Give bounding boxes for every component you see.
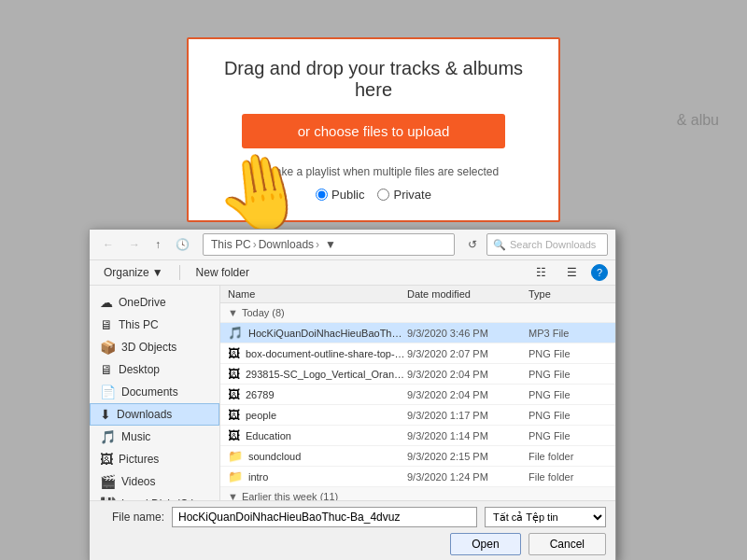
sidebar-item-label: Pictures [119,453,159,466]
file-type: File folder [529,471,608,483]
upload-title: Drag and drop your tracks & albums here [207,58,540,101]
sidebar-item-videos[interactable]: 🎬Videos [90,470,219,493]
sidebar-item-label: This PC [119,318,159,331]
file-date: 9/3/2020 2:15 PM [407,451,529,462]
group-label: Earlier this week (11) [242,491,338,500]
view-options-button[interactable]: ☷ [529,263,553,282]
dialog-filelist: Name Date modified Type ▼Today (8) 🎵 Hoc… [220,286,615,500]
file-type: PNG File [529,389,608,400]
group-label: Today (8) [242,307,285,318]
file-type-icon: 🎵 [228,326,243,340]
sidebar-item-3dobjects[interactable]: 📦3D Objects [90,336,219,358]
path-downloads: Downloads [259,238,314,251]
organize-dropdown-icon: ▼ [152,266,163,279]
path-dropdown-icon[interactable]: ▼ [325,238,336,251]
group-toggle[interactable]: ▼ [228,491,238,500]
search-placeholder: Search Downloads [510,239,596,250]
file-date: 9/3/2020 2:04 PM [407,369,529,380]
back-button[interactable]: ← [97,235,120,254]
sidebar-item-documents[interactable]: 📄Documents [90,381,219,403]
table-row[interactable]: 🖼 26789 9/3/2020 2:04 PM PNG File [220,385,615,405]
file-group-header: ▼Today (8) [220,303,615,323]
forward-button[interactable]: → [123,235,146,254]
file-group-header: ▼Earlier this week (11) [220,487,615,500]
private-radio[interactable] [377,189,389,201]
playlist-row: Make a playlist when multiple files are … [207,165,540,178]
file-name: people [246,410,407,421]
dialog-actions: Open Cancel [99,533,606,555]
filename-input[interactable] [172,507,477,527]
dialog-body: ☁OneDrive🖥This PC📦3D Objects🖥Desktop📄Doc… [90,286,615,500]
dialog-bottom: File name: Tất cả Tệp tin Open Cancel [90,500,615,560]
privacy-row: Public Private [207,188,540,202]
table-row[interactable]: 🎵 HocKiQuanDoiNhacHieuBaoThuc-Ba_4d... 9… [220,323,615,343]
private-radio-label[interactable]: Private [377,188,430,202]
up-button[interactable]: ↑ [149,235,166,254]
organize-button[interactable]: Organize ▼ [97,263,170,282]
table-row[interactable]: 🖼 293815-SC_Logo_Vertical_Orange_2x-222.… [220,364,615,385]
new-folder-button[interactable]: New folder [190,263,256,282]
sidebar-item-pictures[interactable]: 🖼Pictures [90,448,219,470]
table-row[interactable]: 📁 soundcloud 9/3/2020 2:15 PM File folde… [220,446,615,467]
sidebar-item-onedrive[interactable]: ☁OneDrive [90,291,219,314]
file-name: intro [248,471,407,483]
cancel-button[interactable]: Cancel [529,533,606,555]
sidebar-item-downloads[interactable]: ⬇Downloads [90,403,219,426]
help-button[interactable]: ? [591,264,608,281]
sidebar-icon: 🎬 [100,474,116,489]
file-name: soundcloud [248,451,407,462]
file-type-icon: 📁 [228,449,243,463]
sidebar-item-label: 3D Objects [121,341,176,354]
sidebar-item-label: OneDrive [119,296,166,309]
sidebar-item-label: Local Disk (C:) [121,497,195,500]
file-type-icon: 🖼 [228,387,240,401]
col-date-header[interactable]: Date modified [407,288,529,300]
file-type: PNG File [529,430,608,441]
filetype-select[interactable]: Tất cả Tệp tin [485,507,606,527]
recent-locations-button[interactable]: 🕓 [170,235,195,254]
sidebar-item-thispc[interactable]: 🖥This PC [90,314,219,336]
address-bar[interactable]: This PC › Downloads › ▼ [203,233,455,256]
file-date: 9/3/2020 3:46 PM [407,328,529,339]
sidebar-icon: ☁ [100,295,113,310]
file-date: 9/3/2020 2:07 PM [407,348,529,359]
group-toggle[interactable]: ▼ [228,307,238,318]
sidebar-item-localdisk(c:)[interactable]: 💾Local Disk (C:) [90,493,219,500]
choose-files-button[interactable]: or choose files to upload [242,114,506,148]
table-row[interactable]: 🖼 box-document-outline-share-top-upl... … [220,343,615,364]
bg-partial-text: & albu [677,112,719,129]
public-radio[interactable] [316,189,328,201]
table-row[interactable]: 📁 intro 9/3/2020 1:24 PM File folder [220,467,615,487]
file-date: 9/3/2020 1:17 PM [407,410,529,421]
refresh-button[interactable]: ↺ [462,235,483,254]
public-radio-label[interactable]: Public [316,188,364,202]
filelist-content: ▼Today (8) 🎵 HocKiQuanDoiNhacHieuBaoThuc… [220,303,615,500]
file-type-icon: 📁 [228,469,243,483]
search-icon: 🔍 [493,239,506,251]
col-type-header[interactable]: Type [529,288,608,300]
file-name: 293815-SC_Logo_Vertical_Orange_2x-222... [246,369,407,380]
sidebar-item-music[interactable]: 🎵Music [90,426,219,448]
sidebar-item-desktop[interactable]: 🖥Desktop [90,358,219,381]
table-row[interactable]: 🖼 people 9/3/2020 1:17 PM PNG File [220,405,615,426]
sidebar-item-label: Music [121,430,150,443]
dialog-navbar: ← → ↑ 🕓 This PC › Downloads › ▼ ↺ 🔍 Sear… [90,230,615,260]
open-button[interactable]: Open [450,533,520,555]
upload-drop-zone[interactable]: Drag and drop your tracks & albums here … [187,37,560,222]
file-type: MP3 File [529,328,608,339]
sidebar-item-label: Downloads [117,408,172,421]
sidebar-icon: 📦 [100,340,116,355]
file-type-icon: 🖼 [228,367,240,381]
table-row[interactable]: 🖼 Education 9/3/2020 1:14 PM PNG File [220,426,615,446]
playlist-checkbox[interactable] [248,166,261,178]
path-arrow2: › [316,238,319,251]
file-type-icon: 🖼 [228,428,240,442]
dialog-sidebar: ☁OneDrive🖥This PC📦3D Objects🖥Desktop📄Doc… [90,286,220,500]
sidebar-icon: 🖥 [100,362,113,377]
view-toggle-button[interactable]: ☰ [560,263,584,282]
search-box: 🔍 Search Downloads [486,233,608,256]
sidebar-item-label: Documents [121,385,178,399]
file-date: 9/3/2020 2:04 PM [407,389,529,400]
file-name: box-document-outline-share-top-upl... [246,348,407,359]
col-name-header[interactable]: Name [228,288,407,300]
